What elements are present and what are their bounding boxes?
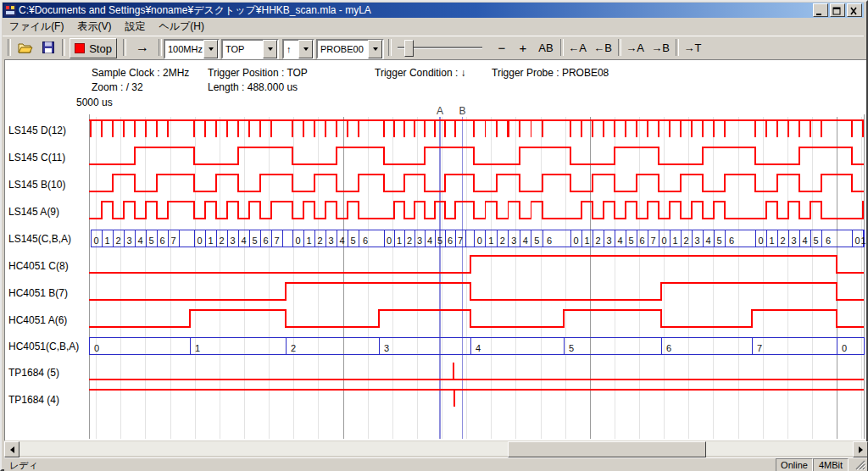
- app-icon: [4, 4, 16, 16]
- status-bar: レディ Online 4MBit: [4, 457, 867, 471]
- horizontal-scrollbar[interactable]: [4, 441, 867, 456]
- zoom-info: Zoom : / 32: [92, 81, 143, 93]
- minimize-icon: [814, 6, 826, 16]
- app-window: C:¥Documents and Settings¥noname¥デスクトップ¥…: [0, 0, 868, 471]
- open-folder-icon: [18, 42, 33, 53]
- close-button[interactable]: [847, 3, 862, 17]
- channel-label: HC4051(C,B,A): [8, 340, 79, 353]
- status-memory-badge: 4MBit: [813, 458, 849, 471]
- title-bar: C:¥Documents and Settings¥noname¥デスクトップ¥…: [3, 3, 864, 18]
- set-marker-b-button[interactable]: →B: [648, 38, 672, 57]
- set-marker-a-button[interactable]: →A: [623, 38, 647, 57]
- channel-label: LS145 D(12): [8, 124, 66, 137]
- toolbar-separator: [159, 39, 162, 56]
- toolbar-separator: [676, 39, 679, 56]
- dropdown-arrow-icon[interactable]: [298, 40, 313, 58]
- status-online-badge: Online: [776, 458, 813, 471]
- toolbar-separator: [388, 39, 392, 56]
- stop-button[interactable]: Stop: [70, 38, 117, 58]
- goto-trigger-button[interactable]: →T: [681, 38, 704, 57]
- save-floppy-icon: [42, 42, 54, 53]
- scroll-left-button[interactable]: [4, 441, 19, 457]
- channel-label: HC4051 B(7): [8, 286, 68, 300]
- trigger-probe-combobox[interactable]: PROBE00: [316, 39, 384, 59]
- menu-item-0[interactable]: ファイル(F): [3, 19, 70, 35]
- dropdown-arrow-icon[interactable]: [263, 40, 277, 58]
- close-icon: [848, 6, 860, 16]
- toolbar-separator: [123, 39, 126, 56]
- trigger-position-info: Trigger Position : TOP: [208, 67, 308, 79]
- sample-clock-combobox[interactable]: 100MHz: [164, 39, 220, 59]
- trigger-edge-value: ↑: [284, 44, 298, 54]
- maximize-icon: [831, 6, 843, 16]
- menu-item-2[interactable]: 設定: [118, 19, 152, 35]
- stop-icon: [75, 43, 85, 53]
- zoom-slider-handle[interactable]: [404, 40, 414, 57]
- zoom-out-button[interactable]: −: [492, 38, 511, 57]
- toolbar-separator: [560, 39, 564, 56]
- trigger-condition-info: Trigger Condition : ↓: [375, 67, 466, 79]
- trigger-edge-combobox[interactable]: ↑: [282, 39, 314, 59]
- dropdown-arrow-icon[interactable]: [368, 40, 382, 58]
- trigger-probe-value: PROBE00: [318, 44, 368, 54]
- save-button[interactable]: [38, 38, 58, 57]
- toolbar-grip: [8, 39, 11, 56]
- length-info: Length : 488.000 us: [208, 81, 298, 93]
- menu-item-3[interactable]: ヘルプ(H): [152, 19, 211, 35]
- scroll-left-icon: [10, 446, 14, 453]
- menu-item-1[interactable]: 表示(V): [70, 19, 118, 35]
- trigger-position-value: TOP: [223, 44, 263, 54]
- open-file-button[interactable]: [14, 38, 36, 57]
- trigger-probe-info: Trigger Probe : PROBE08: [492, 67, 609, 79]
- menu-bar: ファイル(F)表示(V)設定ヘルプ(H): [3, 19, 864, 35]
- goto-marker-a-button[interactable]: ←A: [565, 38, 589, 57]
- channel-label: HC4051 C(8): [8, 259, 69, 273]
- waveform-panel: [4, 59, 866, 441]
- channel-label: LS145(C,B,A): [8, 232, 71, 246]
- channel-label: TP1684 (4): [8, 393, 59, 407]
- time-scale-label: 5000 us: [76, 97, 113, 108]
- maximize-button[interactable]: [830, 3, 845, 17]
- single-run-button[interactable]: →: [130, 38, 155, 57]
- scroll-right-button[interactable]: [853, 441, 868, 457]
- zoom-in-button[interactable]: +: [514, 38, 532, 57]
- resize-grip[interactable]: [854, 459, 865, 470]
- zoom-ab-button[interactable]: AB: [534, 38, 558, 57]
- channel-label: LS145 C(11): [8, 151, 65, 164]
- toolbar: Stop → 100MHz TOP ↑ PROBE00 − + AB ←A ←B: [3, 36, 864, 59]
- stop-label: Stop: [89, 42, 112, 55]
- scrollbar-thumb[interactable]: [508, 441, 706, 457]
- channel-label: HC4051 A(6): [8, 313, 67, 327]
- trigger-position-combobox[interactable]: TOP: [221, 39, 279, 59]
- channel-label: TP1684 (5): [8, 366, 59, 380]
- scroll-right-icon: [859, 446, 863, 453]
- goto-marker-b-button[interactable]: ←B: [591, 38, 615, 57]
- dropdown-arrow-icon[interactable]: [203, 40, 218, 58]
- channel-label: LS145 A(9): [8, 205, 59, 219]
- channel-label: LS145 B(10): [8, 178, 65, 191]
- logic-analyzer-window: { "window": { "title": "C:¥Documents and…: [0, 0, 868, 471]
- minimize-button[interactable]: [813, 3, 828, 17]
- sample-clock-info: Sample Clock : 2MHz: [92, 67, 189, 79]
- toolbar-separator: [618, 39, 621, 56]
- status-ready-text: レディ: [9, 459, 38, 471]
- window-title: C:¥Documents and Settings¥noname¥デスクトップ¥…: [19, 3, 813, 18]
- sample-clock-value: 100MHz: [165, 44, 203, 54]
- toolbar-separator: [62, 39, 65, 56]
